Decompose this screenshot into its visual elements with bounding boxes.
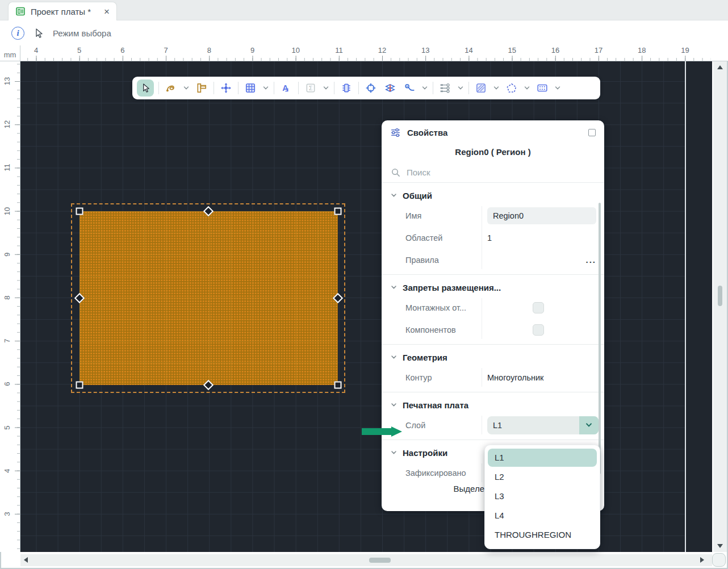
route-dropdown-chevron[interactable]: [183, 85, 190, 91]
select-tool-button[interactable]: [137, 80, 154, 97]
formula-tool-button[interactable]: Σ: [303, 81, 318, 95]
component-tool-button[interactable]: [339, 81, 354, 95]
layer-option-throughregion[interactable]: THROUGHREGION: [488, 526, 597, 544]
layer-select-value: L1: [487, 421, 579, 430]
svg-text:Σ: Σ: [309, 85, 313, 91]
region-handle-top-right[interactable]: [334, 208, 342, 215]
text-tool-button[interactable]: A: [279, 81, 294, 95]
floating-toolbar: A Σ: [132, 77, 600, 99]
board-canvas[interactable]: A Σ: [20, 61, 712, 552]
probe-tool-button[interactable]: [402, 81, 417, 95]
layer-option-l3[interactable]: L3: [488, 487, 597, 505]
sheet-edge-line: [685, 61, 686, 552]
copper-region-dropdown-chevron[interactable]: [493, 85, 500, 91]
layer-dropdown-list: L1L2L3L4THROUGHREGION: [484, 445, 600, 549]
vertical-scrollbar[interactable]: [713, 61, 727, 552]
app-window: Проект платы * × i Режим выбора mm 45678…: [0, 0, 728, 569]
layer-select[interactable]: L1: [487, 416, 599, 434]
search-input[interactable]: [407, 168, 595, 177]
section-general-title: Общий: [403, 191, 432, 200]
grid-dropdown-chevron[interactable]: [262, 85, 269, 91]
ruler-number: 8: [3, 291, 11, 304]
ruler-unit-label: mm: [0, 45, 20, 61]
measure-tool-button[interactable]: [194, 81, 209, 95]
region-handle-bottom-right[interactable]: [334, 382, 342, 389]
layer-option-l4[interactable]: L4: [488, 507, 597, 525]
layer-option-l2[interactable]: L2: [488, 468, 597, 486]
name-input[interactable]: Region0: [487, 207, 596, 224]
move-tool-button[interactable]: [219, 81, 233, 95]
horizontal-scrollbar[interactable]: [20, 554, 712, 566]
polygon-dropdown-chevron[interactable]: [524, 85, 530, 91]
section-geometry-title: Геометрия: [403, 353, 447, 362]
board-regions-dropdown-chevron[interactable]: [554, 85, 561, 91]
ruler-number: 9: [3, 248, 11, 261]
section-geometry[interactable]: Геометрия: [382, 348, 604, 366]
section-keepouts[interactable]: Запреты размещения...: [382, 278, 604, 296]
ruler-number: 11: [3, 161, 11, 174]
ruler-number: 12: [378, 46, 386, 55]
mounting-keepout-checkbox[interactable]: [533, 302, 544, 313]
annotation-arrow: [362, 426, 402, 437]
board-regions-tool-button[interactable]: [535, 81, 550, 95]
toolbar-separator: [214, 82, 214, 94]
copper-region[interactable]: [80, 211, 338, 385]
property-row-components-keepout: Компонентов: [382, 319, 604, 341]
net-tree-dropdown-chevron[interactable]: [457, 85, 464, 91]
rules-ellipsis-button[interactable]: ...: [585, 255, 596, 265]
property-row-rules: Правила ...: [382, 249, 604, 271]
layer-select-chevron-button[interactable]: [579, 416, 599, 434]
ruler-number: 19: [681, 46, 689, 55]
snap-target-tool-button[interactable]: [363, 81, 378, 95]
panel-pin-checkbox[interactable]: [588, 129, 596, 136]
properties-header: Свойства: [382, 120, 604, 144]
vertical-scrollbar-thumb[interactable]: [718, 286, 722, 306]
region-handle-bottom-left[interactable]: [76, 382, 83, 389]
scroll-left-icon[interactable]: [24, 557, 28, 563]
ruler-number: 10: [291, 46, 299, 55]
property-row-mounting-keepout: Монтажных от...: [382, 296, 604, 319]
probe-dropdown-chevron[interactable]: [421, 85, 428, 91]
scrollbar-corner-grip[interactable]: [712, 553, 726, 567]
polygon-tool-button[interactable]: [504, 81, 519, 95]
section-board[interactable]: Печатная плата: [382, 396, 604, 414]
scroll-down-icon[interactable]: [717, 544, 723, 548]
region-handle-top-left[interactable]: [76, 208, 83, 215]
ruler-number: 4: [3, 464, 11, 478]
route-tool-button[interactable]: [164, 81, 178, 95]
section-general[interactable]: Общий: [382, 186, 604, 204]
toolbar-separator: [358, 82, 359, 94]
formula-dropdown-chevron[interactable]: [323, 85, 329, 91]
grid-tool-button[interactable]: [243, 81, 258, 95]
property-row-name: Имя Region0: [382, 204, 604, 227]
ruler-number: 13: [421, 46, 429, 55]
section-divider: [382, 344, 604, 345]
ruler-number: 3: [3, 507, 11, 521]
areas-value: 1: [482, 233, 604, 242]
ruler-number: 5: [3, 421, 11, 434]
ruler-number: 5: [77, 46, 81, 55]
ruler-number: 7: [164, 46, 168, 55]
ruler-number: 11: [335, 46, 343, 55]
tab-label: Проект платы *: [31, 7, 99, 16]
section-divider: [382, 440, 604, 440]
horizontal-scrollbar-thumb[interactable]: [369, 558, 391, 563]
info-icon[interactable]: i: [11, 27, 24, 40]
net-tree-tool-button[interactable]: [438, 81, 453, 95]
tab-board-project[interactable]: Проект платы * ×: [8, 2, 117, 20]
section-keepouts-title: Запреты размещения...: [403, 283, 501, 292]
panel-scrollbar-thumb[interactable]: [599, 203, 601, 474]
layer-option-l1[interactable]: L1: [488, 449, 597, 467]
ruler-v-major-ticks: [15, 61, 20, 552]
ruler-number: 12: [3, 118, 11, 131]
ruler-number: 14: [465, 46, 472, 55]
tab-close-icon[interactable]: ×: [104, 7, 110, 16]
components-keepout-checkbox[interactable]: [533, 324, 544, 336]
scroll-right-icon[interactable]: [700, 557, 704, 563]
ruler-number: 4: [34, 46, 38, 55]
ruler-number: 17: [595, 46, 603, 55]
scroll-up-icon[interactable]: [717, 65, 723, 69]
layer-stack-tool-button[interactable]: [383, 81, 398, 95]
ruler-vertical: 131211109876543: [0, 61, 20, 552]
copper-region-tool-button[interactable]: [474, 81, 488, 95]
